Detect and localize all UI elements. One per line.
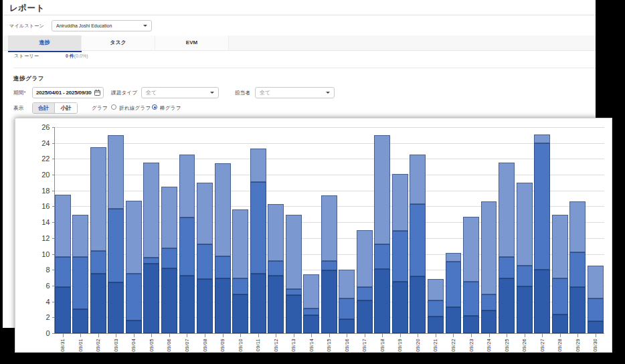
bar-segment-stack-bottom [446,307,462,333]
tab-task[interactable]: タスク [82,35,155,50]
x-axis-label: 09/28 [556,339,563,364]
display-label: 表示 [13,105,24,112]
bar-segment-stack-top [588,266,604,298]
y-axis-label: 12 [27,235,50,242]
bar-segment-stack-top [339,270,355,298]
subtotal-toggle-button[interactable]: 小計 [55,103,77,113]
y-axis-label: 20 [27,171,50,178]
bar-segment-stack-bottom [552,314,568,333]
bar-segment-stack-top [321,195,337,261]
bar-segment-stack-bottom [588,321,604,333]
bar-segment-stack-middle [481,294,497,310]
issue-type-value: 全て [146,89,210,96]
bar-segment-stack-bottom [481,310,497,333]
x-tick [223,334,224,337]
bar-segment-stack-middle [250,182,266,274]
chart-panel: 0246810121416182022242608/3109/0109/0209… [15,118,612,353]
x-axis-label: 09/03 [112,339,120,364]
bar-graph-radio-label: 棒グラフ [160,105,181,112]
active-tab-underline [8,51,82,53]
bar-segment-stack-middle [286,289,302,295]
y-axis-label: 14 [27,219,50,225]
x-axis-label: 09/02 [94,339,102,364]
y-axis-label: 8 [27,266,50,273]
bar-segment-stack-middle [410,204,426,276]
bar-segment-stack-bottom [392,282,408,333]
bar-segment-stack-top [552,215,568,278]
bar-graph-radio[interactable] [152,104,157,110]
required-asterisk: * [24,90,26,96]
x-axis-label: 09/01 [77,339,84,364]
bar-segment-stack-bottom [108,282,124,333]
milestone-select[interactable]: Aniruddha Joshi Education [52,20,152,31]
x-axis-label: 09/24 [485,339,493,364]
story-label: ストーリー [14,54,39,58]
x-axis-label: 09/15 [325,339,333,364]
period-label: 期間* [13,90,26,96]
bar-segment-stack-middle [339,298,355,319]
bar-segment-stack-middle [428,300,444,316]
story-count: 0 件(0.0%) [66,53,88,60]
tab-progress[interactable]: 進捗 [8,35,82,50]
x-tick [187,334,187,337]
x-axis-label: 09/22 [450,339,457,364]
bar-segment-stack-middle [232,278,248,294]
x-axis-label: 09/20 [414,339,422,364]
y-axis-label: 4 [27,298,50,305]
x-tick [525,334,525,337]
bar-segment-stack-middle [90,251,106,274]
bar-segment-stack-middle [179,217,195,275]
line-graph-radio[interactable] [111,104,116,110]
bar-segment-stack-top [428,279,444,300]
x-axis-label: 09/19 [396,339,404,364]
bar-segment-stack-bottom [197,279,213,333]
bar-segment-stack-bottom [143,264,159,333]
x-tick [577,334,578,337]
chevron-down-icon [210,92,214,94]
x-tick [294,334,294,337]
milestone-select-value: Aniruddha Joshi Education [56,23,143,28]
bar-segment-stack-middle [499,257,515,278]
screenshot-root: { "header": { "title": "レポート" }, "milest… [0,0,625,364]
x-axis-label: 09/23 [468,339,475,364]
bar-segment-stack-top [463,217,479,282]
bar-segment-stack-top [303,274,319,308]
story-divider [13,68,596,68]
assignee-select[interactable]: 全て [255,87,335,98]
bar-segment-stack-bottom [90,274,106,333]
bar-segment-stack-bottom [161,268,177,333]
x-axis-label: 09/26 [521,339,528,364]
total-toggle-button[interactable]: 合計 [33,103,55,113]
x-tick [400,334,401,337]
bar-segment-stack-middle [303,308,319,314]
title-divider [3,15,596,15]
x-axis-label: 09/07 [183,339,191,364]
period-date-input[interactable]: 2025/04/01 - 2025/09/30 [32,87,104,98]
bar-segment-stack-bottom [410,276,426,333]
issue-type-select[interactable]: 全て [141,87,219,98]
assignee-label: 担当者 [235,90,250,96]
x-axis-label: 09/16 [343,339,351,364]
x-axis-label: 09/17 [361,339,368,364]
period-label-text: 期間 [13,90,24,96]
y-axis-label: 24 [27,140,50,147]
bar-segment-stack-top [161,187,177,248]
tab-evm[interactable]: EVM [155,35,229,50]
section-title: 進捗グラフ [13,75,44,83]
bar-segment-stack-top [374,135,390,244]
bar-segment-stack-middle [126,274,142,321]
x-tick [98,334,99,337]
x-axis-label: 09/09 [219,339,226,364]
bar-segment-stack-bottom [357,300,373,333]
x-axis-label: 09/21 [432,339,439,364]
bar-segment-stack-middle [534,143,550,270]
bar-segment-stack-middle [569,252,586,287]
x-axis-label: 09/13 [290,339,297,364]
bar-segment-stack-top [215,163,231,256]
chevron-down-icon [326,92,330,94]
y-axis-label: 18 [27,187,50,194]
y-gridline [54,143,605,144]
y-axis-label: 10 [27,251,50,258]
assignee-value: 全て [260,89,326,96]
x-axis-label: 09/08 [201,339,209,364]
